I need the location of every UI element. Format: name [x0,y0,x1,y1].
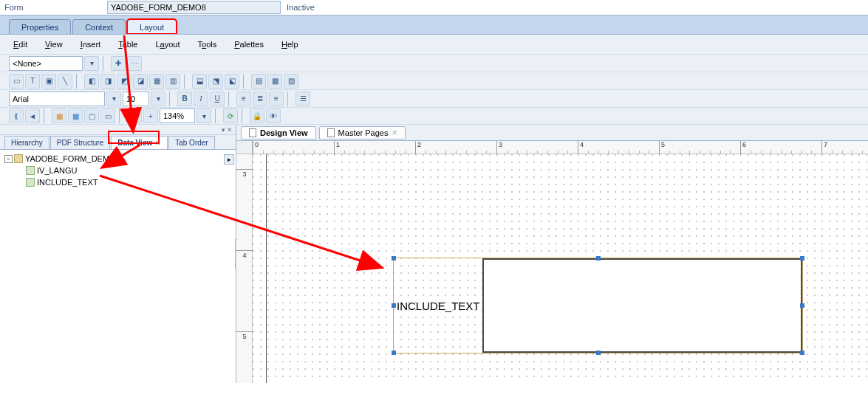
menu-edit[interactable]: Edit [13,40,27,49]
tool-btn-l[interactable]: ▨ [284,74,298,89]
lp-tab-data-view[interactable]: Data View ✕ [111,136,168,149]
tree-item-ivlangu[interactable]: IV_LANGU [4,165,231,176]
zoom-combo[interactable] [160,108,195,123]
menu-tools[interactable]: Tools [198,40,217,49]
object-library-chip[interactable]: ▸ [224,154,234,165]
resize-handle-e[interactable] [800,303,804,308]
ruler-h-tick: 5 [659,141,665,154]
menu-help[interactable]: Help [281,40,298,49]
new-style-button[interactable]: ✚ [111,56,126,71]
ruler-h-tick: 0 [253,141,259,154]
menu-view[interactable]: View [45,40,63,49]
refresh-button[interactable]: ⟳ [223,108,238,123]
grid-button-1[interactable]: ▦ [52,108,66,123]
style-dropdown-button[interactable]: ▾ [84,56,99,71]
tool-btn-i[interactable]: ⬕ [225,74,239,89]
tree-item-include-text[interactable]: INCLUDE_TEXT [4,176,231,188]
resize-handle-s[interactable] [596,351,601,355]
tool-btn-g[interactable]: ⬓ [192,74,207,89]
text-field-value-area[interactable] [482,258,802,353]
tool-btn-e[interactable]: ▦ [149,74,164,89]
ruler-h-tick: 1 [334,141,340,154]
tool-btn-h[interactable]: ⬔ [208,74,223,89]
nav-prev-button[interactable]: ◄ [25,108,40,123]
align-center-button[interactable]: ≣ [253,92,267,106]
menu-insert[interactable]: Insert [81,40,101,49]
valign-button[interactable]: ☰ [295,92,310,106]
tool-btn-f[interactable]: ▥ [165,74,180,89]
zoom-in-button[interactable]: + [143,108,158,123]
lp-tab-pdf-structure[interactable]: PDF Structure [50,136,110,149]
outer-tab-bar: Properties Context Layout [0,15,868,34]
resize-handle-n[interactable] [596,256,601,261]
ruler-v-tick: 3 [236,169,253,178]
tool-btn-k[interactable]: ▩ [267,74,282,89]
italic-button[interactable]: I [194,92,208,106]
font-size-combo[interactable] [123,92,149,106]
lp-tab-hierarchy[interactable]: Hierarchy [4,136,49,149]
tool-btn-c[interactable]: ◩ [117,74,131,89]
rp-tab-master-pages[interactable]: Master Pages ✕ [319,126,406,139]
tool-text[interactable]: T [25,74,40,89]
page-surface[interactable]: INCLUDE_TEXT [253,154,868,383]
resize-handle-nw[interactable] [392,256,396,261]
page-edge [266,154,267,383]
palette-menu-icon[interactable]: ▾ [222,126,225,134]
rp-tab-master-pages-label: Master Pages [338,128,389,137]
menu-bar: Edit View Insert Table Layout Tools Pale… [0,35,868,54]
tool-image[interactable]: ▣ [41,74,56,89]
guides-button[interactable]: ▭ [100,108,115,123]
style-manager-button[interactable]: ⋯ [127,56,142,71]
lp-tab-data-view-close-icon[interactable]: ✕ [155,139,161,147]
tab-properties[interactable]: Properties [9,19,71,34]
design-canvas-pane: Design View Master Pages ✕ 01234567 345 … [236,125,868,383]
form-name-input[interactable] [107,1,281,14]
tree-root-label: YADOBE_FORM_DEMO8 [25,154,120,163]
zoom-out-button[interactable]: − [127,108,142,123]
bold-button[interactable]: B [177,92,192,106]
underline-button[interactable]: U [210,92,225,106]
lock-button[interactable]: 🔒 [250,108,264,123]
palette-close-icon[interactable]: ✕ [227,126,233,134]
rp-tab-design-view[interactable]: Design View [241,126,316,139]
resize-handle-sw[interactable] [392,351,396,355]
tool-line[interactable]: ╲ [58,74,72,89]
resize-handle-ne[interactable] [800,256,804,261]
tool-pointer[interactable]: ▭ [9,74,24,89]
variable-icon [26,166,35,175]
lp-tab-tab-order[interactable]: Tab Order [168,136,214,149]
canvas-area[interactable]: 01234567 345 INCLUDE_TEXT [236,141,868,383]
tree-item-include-text-label: INCLUDE_TEXT [37,178,98,187]
snap-button[interactable]: ▢ [84,108,99,123]
grid-button-2[interactable]: ▦ [68,108,83,123]
tool-btn-a[interactable]: ◧ [84,74,99,89]
collapse-icon[interactable]: − [4,155,13,163]
text-field-object[interactable]: INCLUDE_TEXT [393,258,803,354]
size-dropdown-button[interactable]: ▾ [151,92,165,106]
resize-handle-w[interactable] [392,303,396,308]
connection-icon [14,154,23,163]
preview-button[interactable]: 👁 [266,108,281,123]
ruler-h-tick: 4 [578,141,584,154]
tool-btn-j[interactable]: ▤ [251,74,266,89]
nav-first-button[interactable]: ⟪ [9,108,24,123]
font-family-combo[interactable] [9,92,105,106]
ruler-h-tick: 7 [821,141,827,154]
align-left-button[interactable]: ≡ [236,92,251,106]
tool-btn-d[interactable]: ◪ [133,74,148,89]
menu-layout[interactable]: Layout [155,40,180,49]
tree-item-ivlangu-label: IV_LANGU [37,166,77,175]
resize-handle-se[interactable] [800,351,804,355]
align-right-button[interactable]: ≡ [269,92,284,106]
rp-tab-master-close-icon[interactable]: ✕ [392,128,397,137]
toolbar-row-2: ▭ T ▣ ╲ ◧ ◨ ◩ ◪ ▦ ▥ ⬓ ⬔ ⬕ ▤ ▩ ▨ [0,72,868,89]
zoom-dropdown-button[interactable]: ▾ [197,108,211,123]
menu-table[interactable]: Table [118,40,137,49]
font-dropdown-button[interactable]: ▾ [106,92,121,106]
tool-btn-b[interactable]: ◨ [100,74,115,89]
paragraph-style-combo[interactable] [9,56,83,71]
tree-root[interactable]: − YADOBE_FORM_DEMO8 [4,153,231,165]
tab-context[interactable]: Context [72,19,126,34]
menu-palettes[interactable]: Palettes [234,40,264,49]
tab-layout[interactable]: Layout [127,19,177,34]
